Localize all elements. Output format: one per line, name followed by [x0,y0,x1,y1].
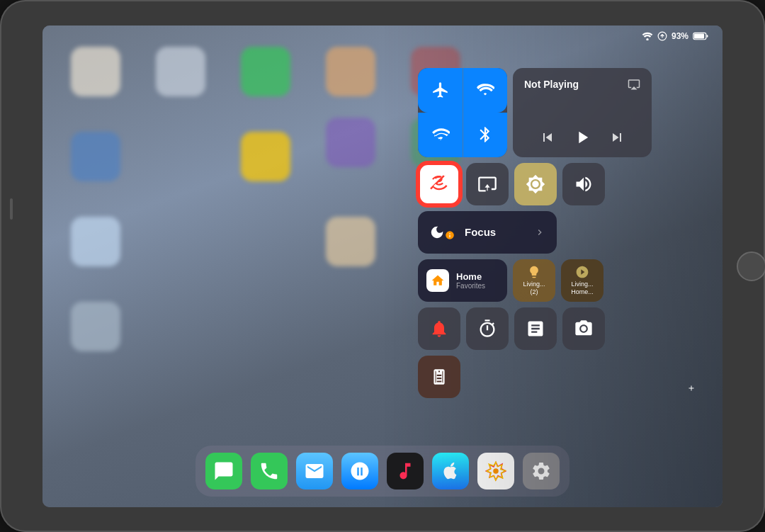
ipad-frame: 93% [0,0,765,532]
prev-button[interactable] [539,129,556,146]
orientation-lock-tile[interactable] [418,163,460,205]
wifi-icon [642,32,653,40]
now-playing-tile[interactable]: Not Playing [513,68,652,157]
ipad-screen: 93% [42,26,722,507]
wifi-tile[interactable] [418,113,463,157]
screen-mirror-icon [477,174,497,194]
cc-row-3: Focus [418,211,701,254]
focus-row-spacer [562,211,701,254]
svg-rect-3 [694,33,704,38]
brightness-icon [526,174,545,194]
timer-icon [477,319,497,339]
focus-tile[interactable]: Focus [418,211,557,254]
svg-point-0 [646,38,648,40]
note-plus-badge [687,384,696,392]
remote-icon [430,368,448,386]
cc-row-6 [418,356,701,398]
volume-button[interactable] [10,198,13,220]
home-icon-circle [426,269,449,292]
orientation-lock-icon [429,174,449,194]
wifi-tile-icon [431,125,450,144]
home-sub-label: Favorites [456,282,485,290]
scene-1-icon [527,265,541,279]
focus-badge [445,230,455,240]
home-scene-1-tile[interactable]: Living... (2) [513,259,555,302]
mute-tile[interactable] [418,307,460,350]
home-text: Home Favorites [456,271,485,290]
now-playing-controls [524,128,640,147]
focus-label: Focus [465,226,496,238]
control-center: Not Playing [418,68,701,398]
airplane-mode-tile[interactable] [418,68,463,113]
quick-note-tile[interactable] [514,307,557,350]
connectivity-block [418,68,507,157]
volume-tile[interactable] [562,163,605,205]
bluetooth-icon [476,125,494,144]
airdrop-icon [657,31,667,41]
home-main-label: Home [456,271,485,282]
airplay-icon [628,78,640,91]
timer-tile[interactable] [466,307,509,350]
brightness-tile[interactable] [514,163,557,205]
focus-chevron [534,227,545,238]
now-playing-title: Not Playing [524,79,579,90]
hotspot-icon [476,81,494,99]
bluetooth-tile[interactable] [463,113,507,157]
home-button[interactable] [737,251,765,281]
cc-row-1: Not Playing [418,68,701,157]
home-tile[interactable]: Home Favorites [418,259,507,302]
camera-icon [574,319,594,339]
scene-2-label: Living... Home... [571,281,594,296]
airplane-icon [431,81,450,99]
note-icon [526,319,545,339]
cc-row-2 [418,163,701,205]
home-scene-2-tile[interactable]: Living... Home... [561,259,604,302]
screen-mirror-tile[interactable] [466,163,509,205]
now-playing-header: Not Playing [524,78,640,91]
remote-tile[interactable] [418,356,460,398]
play-button[interactable] [572,128,592,147]
bell-icon [429,319,449,339]
next-button[interactable] [608,129,625,146]
volume-icon [574,174,594,194]
cc-row-5 [418,307,701,350]
hotspot-tile[interactable] [463,68,507,113]
battery-icon [693,32,708,40]
battery-percent: 93% [672,31,688,41]
scene-1-label: Living... (2) [523,281,545,296]
scene-2-icon [575,265,589,279]
moon-icon [429,225,445,240]
camera-tile[interactable] [562,307,605,350]
home-icon [431,273,445,288]
status-bar: 93% [642,31,708,41]
cc-row-4: Home Favorites Living... (2) [418,259,701,302]
